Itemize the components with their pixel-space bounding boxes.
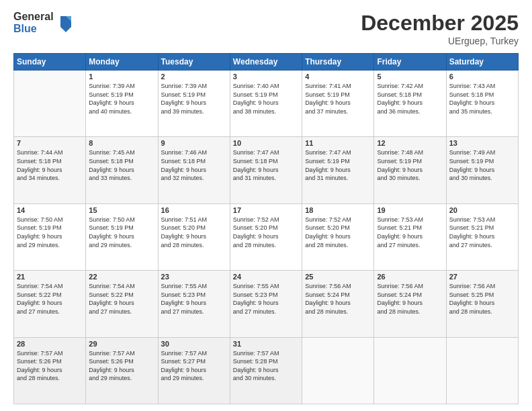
location: UErguep, Turkey	[361, 36, 519, 46]
calendar-cell: 11Sunrise: 7:47 AM Sunset: 5:19 PM Dayli…	[302, 137, 374, 203]
day-info: Sunrise: 7:47 AM Sunset: 5:19 PM Dayligh…	[305, 148, 371, 182]
calendar-cell: 21Sunrise: 7:54 AM Sunset: 5:22 PM Dayli…	[14, 271, 86, 337]
day-number: 25	[305, 273, 371, 281]
day-info: Sunrise: 7:52 AM Sunset: 5:20 PM Dayligh…	[305, 216, 371, 249]
day-info: Sunrise: 7:57 AM Sunset: 5:26 PM Dayligh…	[17, 349, 83, 383]
calendar-cell: 15Sunrise: 7:50 AM Sunset: 5:19 PM Dayli…	[86, 203, 158, 270]
day-number: 21	[17, 273, 83, 281]
day-info: Sunrise: 7:39 AM Sunset: 5:19 PM Dayligh…	[161, 82, 227, 116]
calendar-cell: 28Sunrise: 7:57 AM Sunset: 5:26 PM Dayli…	[14, 337, 86, 404]
calendar-cell: 7Sunrise: 7:44 AM Sunset: 5:18 PM Daylig…	[14, 137, 86, 203]
day-info: Sunrise: 7:56 AM Sunset: 5:24 PM Dayligh…	[377, 282, 443, 316]
day-number: 15	[89, 206, 154, 214]
day-info: Sunrise: 7:57 AM Sunset: 5:26 PM Dayligh…	[89, 349, 154, 383]
calendar-cell: 29Sunrise: 7:57 AM Sunset: 5:26 PM Dayli…	[86, 337, 158, 404]
day-info: Sunrise: 7:51 AM Sunset: 5:20 PM Dayligh…	[161, 216, 227, 249]
day-info: Sunrise: 7:53 AM Sunset: 5:21 PM Dayligh…	[449, 216, 515, 249]
calendar-cell: 8Sunrise: 7:45 AM Sunset: 5:18 PM Daylig…	[86, 137, 158, 203]
day-info: Sunrise: 7:53 AM Sunset: 5:21 PM Dayligh…	[377, 216, 443, 249]
calendar-cell: 16Sunrise: 7:51 AM Sunset: 5:20 PM Dayli…	[158, 203, 230, 270]
calendar-cell: 6Sunrise: 7:43 AM Sunset: 5:18 PM Daylig…	[446, 71, 518, 137]
day-number: 12	[377, 139, 443, 147]
calendar-cell: 2Sunrise: 7:39 AM Sunset: 5:19 PM Daylig…	[158, 71, 230, 137]
calendar-cell: 25Sunrise: 7:56 AM Sunset: 5:24 PM Dayli…	[302, 271, 374, 337]
logo-general: General	[13, 11, 54, 23]
calendar-week-5: 28Sunrise: 7:57 AM Sunset: 5:26 PM Dayli…	[14, 337, 519, 404]
calendar-cell: 14Sunrise: 7:50 AM Sunset: 5:19 PM Dayli…	[14, 203, 86, 270]
day-info: Sunrise: 7:45 AM Sunset: 5:18 PM Dayligh…	[89, 148, 154, 182]
day-number: 31	[233, 340, 299, 348]
calendar-cell: 23Sunrise: 7:55 AM Sunset: 5:23 PM Dayli…	[158, 271, 230, 337]
calendar-cell: 20Sunrise: 7:53 AM Sunset: 5:21 PM Dayli…	[446, 203, 518, 270]
day-number: 11	[305, 139, 371, 147]
col-wednesday: Wednesday	[230, 54, 302, 71]
day-info: Sunrise: 7:46 AM Sunset: 5:18 PM Dayligh…	[161, 148, 227, 182]
day-info: Sunrise: 7:52 AM Sunset: 5:20 PM Dayligh…	[233, 216, 299, 249]
col-sunday: Sunday	[14, 54, 86, 71]
day-number: 26	[377, 273, 443, 281]
day-number: 7	[17, 139, 83, 147]
day-number: 18	[305, 206, 371, 214]
day-info: Sunrise: 7:50 AM Sunset: 5:19 PM Dayligh…	[89, 216, 154, 249]
day-number: 19	[377, 206, 443, 214]
calendar-table: Sunday Monday Tuesday Wednesday Thursday…	[13, 53, 519, 404]
logo: General Blue	[13, 11, 74, 34]
day-info: Sunrise: 7:48 AM Sunset: 5:19 PM Dayligh…	[377, 148, 443, 182]
day-number: 16	[161, 206, 227, 214]
calendar-week-2: 7Sunrise: 7:44 AM Sunset: 5:18 PM Daylig…	[14, 137, 519, 203]
calendar-cell	[446, 337, 518, 404]
day-number: 20	[449, 206, 515, 214]
calendar-cell: 10Sunrise: 7:47 AM Sunset: 5:18 PM Dayli…	[230, 137, 302, 203]
day-number: 13	[449, 139, 515, 147]
col-saturday: Saturday	[446, 54, 518, 71]
day-number: 10	[233, 139, 299, 147]
day-info: Sunrise: 7:49 AM Sunset: 5:19 PM Dayligh…	[449, 148, 515, 182]
day-number: 4	[305, 73, 371, 81]
calendar-header-row: Sunday Monday Tuesday Wednesday Thursday…	[14, 54, 519, 71]
day-number: 1	[89, 73, 154, 81]
day-number: 28	[17, 340, 83, 348]
calendar-week-3: 14Sunrise: 7:50 AM Sunset: 5:19 PM Dayli…	[14, 203, 519, 270]
calendar-cell: 19Sunrise: 7:53 AM Sunset: 5:21 PM Dayli…	[374, 203, 446, 270]
calendar-cell: 17Sunrise: 7:52 AM Sunset: 5:20 PM Dayli…	[230, 203, 302, 270]
day-info: Sunrise: 7:47 AM Sunset: 5:18 PM Dayligh…	[233, 148, 299, 182]
day-info: Sunrise: 7:55 AM Sunset: 5:23 PM Dayligh…	[233, 282, 299, 316]
calendar-week-1: 1Sunrise: 7:39 AM Sunset: 5:19 PM Daylig…	[14, 71, 519, 137]
day-info: Sunrise: 7:41 AM Sunset: 5:19 PM Dayligh…	[305, 82, 371, 116]
month-title: December 2025	[361, 11, 519, 36]
day-number: 9	[161, 139, 227, 147]
logo-blue: Blue	[13, 23, 54, 35]
title-area: December 2025 UErguep, Turkey	[361, 11, 519, 46]
day-number: 14	[17, 206, 83, 214]
day-number: 17	[233, 206, 299, 214]
day-number: 23	[161, 273, 227, 281]
day-info: Sunrise: 7:54 AM Sunset: 5:22 PM Dayligh…	[17, 282, 83, 316]
day-number: 27	[449, 273, 515, 281]
day-info: Sunrise: 7:50 AM Sunset: 5:19 PM Dayligh…	[17, 216, 83, 249]
logo-icon	[58, 13, 74, 32]
day-number: 24	[233, 273, 299, 281]
day-info: Sunrise: 7:44 AM Sunset: 5:18 PM Dayligh…	[17, 148, 83, 182]
calendar-cell: 22Sunrise: 7:54 AM Sunset: 5:22 PM Dayli…	[86, 271, 158, 337]
calendar-cell	[374, 337, 446, 404]
day-info: Sunrise: 7:56 AM Sunset: 5:25 PM Dayligh…	[449, 282, 515, 316]
day-info: Sunrise: 7:39 AM Sunset: 5:19 PM Dayligh…	[89, 82, 154, 116]
col-thursday: Thursday	[302, 54, 374, 71]
day-number: 22	[89, 273, 154, 281]
calendar-cell: 13Sunrise: 7:49 AM Sunset: 5:19 PM Dayli…	[446, 137, 518, 203]
calendar-cell: 26Sunrise: 7:56 AM Sunset: 5:24 PM Dayli…	[374, 271, 446, 337]
header: General Blue December 2025 UErguep, Turk…	[13, 11, 519, 46]
day-info: Sunrise: 7:56 AM Sunset: 5:24 PM Dayligh…	[305, 282, 371, 316]
calendar-cell: 12Sunrise: 7:48 AM Sunset: 5:19 PM Dayli…	[374, 137, 446, 203]
day-number: 2	[161, 73, 227, 81]
calendar-cell: 9Sunrise: 7:46 AM Sunset: 5:18 PM Daylig…	[158, 137, 230, 203]
calendar-cell: 18Sunrise: 7:52 AM Sunset: 5:20 PM Dayli…	[302, 203, 374, 270]
calendar-cell: 1Sunrise: 7:39 AM Sunset: 5:19 PM Daylig…	[86, 71, 158, 137]
day-number: 5	[377, 73, 443, 81]
day-info: Sunrise: 7:42 AM Sunset: 5:18 PM Dayligh…	[377, 82, 443, 116]
day-info: Sunrise: 7:57 AM Sunset: 5:27 PM Dayligh…	[161, 349, 227, 383]
calendar-cell	[14, 71, 86, 137]
day-info: Sunrise: 7:40 AM Sunset: 5:19 PM Dayligh…	[233, 82, 299, 116]
calendar-cell: 4Sunrise: 7:41 AM Sunset: 5:19 PM Daylig…	[302, 71, 374, 137]
calendar-cell: 24Sunrise: 7:55 AM Sunset: 5:23 PM Dayli…	[230, 271, 302, 337]
